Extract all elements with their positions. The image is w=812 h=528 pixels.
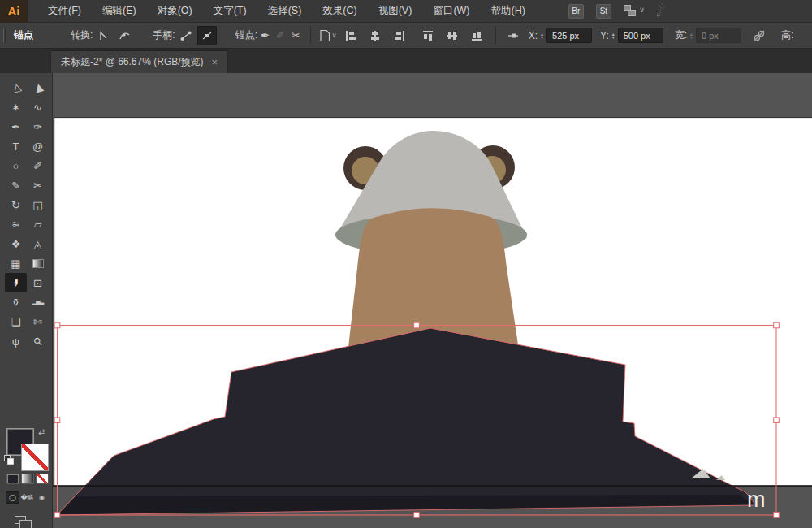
none-button[interactable] xyxy=(36,474,49,484)
remove-anchor-icon[interactable]: ✐ xyxy=(276,29,285,41)
y-stepper[interactable]: ▲▼ xyxy=(611,32,615,39)
handles-label: 手柄: xyxy=(153,28,175,42)
cut-path-icon[interactable]: ✂ xyxy=(292,29,300,41)
y-input[interactable]: 500 px xyxy=(618,28,663,43)
default-fill-stroke-icon[interactable] xyxy=(4,455,15,465)
corner-point-icon xyxy=(97,30,109,41)
draw-normal-button[interactable]: ◯ xyxy=(6,491,19,504)
align-to-key-object-button[interactable] xyxy=(503,26,523,45)
width-label: 宽: xyxy=(675,28,687,42)
app-logo[interactable]: Ai xyxy=(0,0,28,23)
menu-items: 文件(F)编辑(E)对象(O)文字(T)选择(S)效果(C)视图(V)窗口(W)… xyxy=(37,0,536,22)
x-input[interactable]: 525 px xyxy=(546,28,592,43)
selection-handle[interactable] xyxy=(774,418,780,423)
workspace-switcher-icon[interactable]: ∨ xyxy=(624,5,643,18)
pencil-tool[interactable]: ✎ xyxy=(5,175,27,195)
selection-handle[interactable] xyxy=(774,322,780,328)
menu-item-view[interactable]: 视图(V) xyxy=(368,0,423,22)
column-graph-tool-icon: ▂▅▃ xyxy=(32,299,43,305)
direct-selection-tool[interactable]: ▶ xyxy=(27,78,49,97)
slice-tool[interactable]: ✄ xyxy=(27,312,49,331)
hide-handles-button[interactable] xyxy=(197,26,217,45)
pen-tool[interactable]: ✒ xyxy=(5,117,27,136)
perspective-grid-tool[interactable]: ◬ xyxy=(27,234,49,253)
selection-handle[interactable] xyxy=(54,418,60,423)
menu-item-help[interactable]: 帮助(H) xyxy=(481,0,536,22)
selection-handle[interactable] xyxy=(414,513,420,518)
scale-tool[interactable]: ◱ xyxy=(27,195,49,214)
tools-panel: ▷▶✶∿✒✑T@○✐✎✂↻◱≋▱❖◬▦✒⊡⚱▂▅▃❏✄ψ⚲ ⇄ ◯ �略 ◉ xyxy=(0,73,53,528)
width-tool[interactable]: ≋ xyxy=(5,214,27,234)
selection-handle[interactable] xyxy=(774,513,780,518)
align-middle-button[interactable] xyxy=(443,26,462,45)
magic-wand-tool-icon: ✶ xyxy=(11,102,20,114)
control-bar-grip[interactable] xyxy=(3,28,6,43)
pen-tool-icon: ✒ xyxy=(11,121,20,133)
add-anchor-icon[interactable]: ✒ xyxy=(261,29,270,41)
draw-behind-button[interactable]: �略 xyxy=(20,491,34,504)
convert-to-corner-button[interactable] xyxy=(93,26,113,45)
spiral-tool[interactable]: @ xyxy=(27,136,49,156)
align-bottom-button[interactable] xyxy=(467,26,486,45)
share-icon[interactable]: ☄ xyxy=(653,2,668,20)
type-tool[interactable]: T xyxy=(5,136,27,156)
show-handles-button[interactable] xyxy=(176,26,196,45)
free-transform-tool[interactable]: ▱ xyxy=(27,214,49,234)
separator xyxy=(310,27,311,45)
menu-item-object[interactable]: 对象(O) xyxy=(147,0,203,22)
scissors-tool-icon: ✂ xyxy=(33,180,42,192)
selection-handle[interactable] xyxy=(54,322,60,328)
column-graph-tool[interactable]: ▂▅▃ xyxy=(27,292,49,312)
spiral-tool-icon: @ xyxy=(32,141,43,153)
menu-item-effect[interactable]: 效果(C) xyxy=(312,0,367,22)
screen-mode-button[interactable] xyxy=(15,516,32,528)
menu-item-file[interactable]: 文件(F) xyxy=(37,0,92,22)
x-stepper[interactable]: ▲▼ xyxy=(540,32,544,39)
menu-item-type[interactable]: 文字(T) xyxy=(203,0,257,22)
tab-close-icon[interactable]: × xyxy=(212,56,218,68)
document-tab[interactable]: 未标题-2* @ 66.67% (RGB/预览) × xyxy=(50,50,228,73)
constrain-proportions-button[interactable] xyxy=(749,26,769,45)
curvature-tool[interactable]: ✑ xyxy=(27,117,49,136)
menu-item-select[interactable]: 选择(S) xyxy=(257,0,313,22)
color-button[interactable] xyxy=(6,474,19,484)
eyedropper-tool[interactable]: ✒ xyxy=(5,273,27,292)
align-center-button[interactable] xyxy=(365,26,385,45)
menu-right-icons: Br St ∨ ☄ xyxy=(568,4,666,19)
paintbrush-tool[interactable]: ✐ xyxy=(27,156,49,175)
isolate-selected-object-button[interactable]: ∨ xyxy=(318,26,338,45)
align-top-button[interactable] xyxy=(418,26,438,45)
menu-item-window[interactable]: 窗口(W) xyxy=(422,0,480,22)
mesh-tool[interactable]: ▦ xyxy=(5,253,27,273)
swap-fill-stroke-icon[interactable]: ⇄ xyxy=(38,427,45,436)
blend-tool[interactable]: ⊡ xyxy=(27,273,49,292)
gradient-tool[interactable] xyxy=(27,253,49,273)
gradient-button[interactable] xyxy=(21,474,34,484)
stock-button[interactable]: St xyxy=(596,4,611,19)
selection-handle[interactable] xyxy=(54,513,60,518)
smooth-point-icon xyxy=(119,30,130,41)
convert-to-smooth-button[interactable] xyxy=(114,26,134,45)
menu-item-edit[interactable]: 编辑(E) xyxy=(92,0,147,22)
ellipse-tool[interactable]: ○ xyxy=(5,156,27,175)
rotate-tool[interactable]: ↻ xyxy=(5,195,27,214)
stroke-none-swatch[interactable] xyxy=(22,444,48,470)
align-left-button[interactable] xyxy=(341,26,361,45)
canvas-area[interactable]: m xyxy=(53,73,812,528)
bridge-button[interactable]: Br xyxy=(568,4,584,19)
magic-wand-tool[interactable]: ✶ xyxy=(5,97,27,117)
draw-inside-button[interactable]: ◉ xyxy=(35,491,49,504)
lasso-tool[interactable]: ∿ xyxy=(27,97,49,117)
type-tool-icon: T xyxy=(13,141,19,153)
symbol-sprayer-tool[interactable]: ⚱ xyxy=(5,292,27,312)
shape-builder-tool[interactable]: ❖ xyxy=(5,234,27,253)
selection-tool[interactable]: ▷ xyxy=(5,78,27,97)
scissors-tool[interactable]: ✂ xyxy=(27,175,49,195)
zoom-tool[interactable]: ⚲ xyxy=(27,331,49,351)
artboard-tool[interactable]: ❏ xyxy=(5,312,27,331)
drawing-mode-buttons: ◯ �略 ◉ xyxy=(6,491,49,504)
hand-tool[interactable]: ψ xyxy=(5,331,27,351)
align-right-button[interactable] xyxy=(390,26,409,45)
align-left-icon xyxy=(345,30,356,41)
selection-handle[interactable] xyxy=(414,322,420,328)
